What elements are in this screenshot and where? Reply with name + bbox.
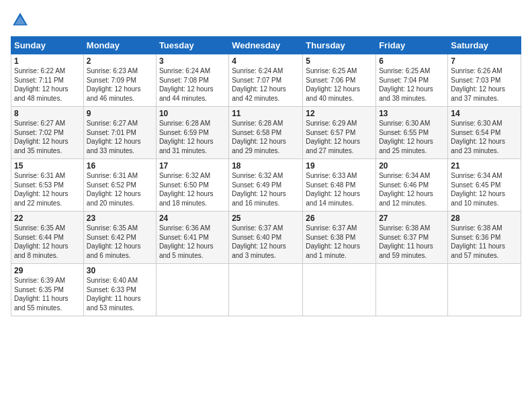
day-number: 27 [379, 214, 445, 223]
calendar-empty-cell [376, 264, 448, 316]
calendar-day-cell: 22Sunrise: 6:35 AM Sunset: 6:44 PM Dayli… [11, 212, 84, 264]
day-info: Sunrise: 6:33 AM Sunset: 6:48 PM Dayligh… [306, 171, 373, 208]
day-info: Sunrise: 6:24 AM Sunset: 7:08 PM Dayligh… [159, 66, 226, 103]
day-info: Sunrise: 6:38 AM Sunset: 6:37 PM Dayligh… [379, 224, 445, 260]
day-info: Sunrise: 6:38 AM Sunset: 6:36 PM Dayligh… [451, 224, 518, 260]
day-info: Sunrise: 6:26 AM Sunset: 7:03 PM Dayligh… [451, 66, 518, 103]
calendar-day-cell: 10Sunrise: 6:28 AM Sunset: 6:59 PM Dayli… [156, 107, 228, 159]
day-number: 10 [159, 109, 226, 118]
calendar-day-cell: 1Sunrise: 6:22 AM Sunset: 7:11 PM Daylig… [11, 54, 84, 107]
calendar-week-row: 1Sunrise: 6:22 AM Sunset: 7:11 PM Daylig… [11, 54, 521, 107]
day-number: 28 [451, 214, 518, 223]
day-number: 8 [14, 109, 81, 118]
logo-icon [11, 11, 30, 30]
calendar-empty-cell [448, 264, 521, 316]
calendar-day-cell: 16Sunrise: 6:31 AM Sunset: 6:52 PM Dayli… [83, 159, 156, 212]
day-info: Sunrise: 6:31 AM Sunset: 6:52 PM Dayligh… [87, 171, 153, 208]
calendar-weekday-monday: Monday [83, 37, 156, 54]
day-info: Sunrise: 6:31 AM Sunset: 6:53 PM Dayligh… [14, 171, 81, 208]
day-info: Sunrise: 6:37 AM Sunset: 6:40 PM Dayligh… [232, 224, 300, 260]
calendar-week-row: 22Sunrise: 6:35 AM Sunset: 6:44 PM Dayli… [11, 212, 521, 264]
day-number: 23 [87, 214, 153, 223]
calendar-day-cell: 26Sunrise: 6:37 AM Sunset: 6:38 PM Dayli… [303, 212, 376, 264]
day-info: Sunrise: 6:30 AM Sunset: 6:54 PM Dayligh… [451, 119, 518, 155]
day-number: 16 [87, 161, 153, 171]
calendar-day-cell: 3Sunrise: 6:24 AM Sunset: 7:08 PM Daylig… [156, 54, 228, 107]
day-number: 1 [14, 56, 81, 66]
day-info: Sunrise: 6:35 AM Sunset: 6:42 PM Dayligh… [87, 224, 153, 260]
day-info: Sunrise: 6:22 AM Sunset: 7:11 PM Dayligh… [14, 66, 81, 103]
day-number: 11 [232, 109, 300, 118]
calendar-empty-cell [156, 264, 228, 316]
day-number: 20 [379, 161, 445, 171]
calendar-table: SundayMondayTuesdayWednesdayThursdayFrid… [11, 36, 521, 316]
calendar-header-row: SundayMondayTuesdayWednesdayThursdayFrid… [11, 37, 521, 54]
day-info: Sunrise: 6:24 AM Sunset: 7:07 PM Dayligh… [232, 66, 300, 103]
day-info: Sunrise: 6:30 AM Sunset: 6:55 PM Dayligh… [379, 119, 445, 155]
day-number: 13 [379, 109, 445, 118]
day-info: Sunrise: 6:39 AM Sunset: 6:35 PM Dayligh… [14, 276, 81, 312]
calendar-day-cell: 19Sunrise: 6:33 AM Sunset: 6:48 PM Dayli… [303, 159, 376, 212]
day-number: 25 [232, 214, 300, 223]
day-number: 24 [159, 214, 226, 223]
day-number: 22 [14, 214, 81, 223]
page: SundayMondayTuesdayWednesdayThursdayFrid… [0, 0, 532, 411]
calendar-weekday-sunday: Sunday [11, 37, 84, 54]
calendar-week-row: 15Sunrise: 6:31 AM Sunset: 6:53 PM Dayli… [11, 159, 521, 212]
calendar-day-cell: 28Sunrise: 6:38 AM Sunset: 6:36 PM Dayli… [448, 212, 521, 264]
day-info: Sunrise: 6:40 AM Sunset: 6:33 PM Dayligh… [87, 276, 153, 312]
day-info: Sunrise: 6:28 AM Sunset: 6:59 PM Dayligh… [159, 119, 226, 155]
day-info: Sunrise: 6:34 AM Sunset: 6:46 PM Dayligh… [379, 171, 445, 208]
calendar-day-cell: 21Sunrise: 6:34 AM Sunset: 6:45 PM Dayli… [448, 159, 521, 212]
day-info: Sunrise: 6:29 AM Sunset: 6:57 PM Dayligh… [306, 119, 373, 155]
day-number: 21 [451, 161, 518, 171]
calendar-day-cell: 23Sunrise: 6:35 AM Sunset: 6:42 PM Dayli… [83, 212, 156, 264]
day-info: Sunrise: 6:34 AM Sunset: 6:45 PM Dayligh… [451, 171, 518, 208]
calendar-day-cell: 18Sunrise: 6:32 AM Sunset: 6:49 PM Dayli… [229, 159, 303, 212]
calendar-empty-cell [303, 264, 376, 316]
calendar-day-cell: 7Sunrise: 6:26 AM Sunset: 7:03 PM Daylig… [448, 54, 521, 107]
day-info: Sunrise: 6:23 AM Sunset: 7:09 PM Dayligh… [87, 66, 153, 103]
calendar-weekday-tuesday: Tuesday [156, 37, 228, 54]
calendar-day-cell: 9Sunrise: 6:27 AM Sunset: 7:01 PM Daylig… [83, 107, 156, 159]
calendar-weekday-friday: Friday [376, 37, 448, 54]
calendar-week-row: 8Sunrise: 6:27 AM Sunset: 7:02 PM Daylig… [11, 107, 521, 159]
day-info: Sunrise: 6:35 AM Sunset: 6:44 PM Dayligh… [14, 224, 81, 260]
day-number: 17 [159, 161, 226, 171]
day-info: Sunrise: 6:25 AM Sunset: 7:06 PM Dayligh… [306, 66, 373, 103]
calendar-day-cell: 5Sunrise: 6:25 AM Sunset: 7:06 PM Daylig… [303, 54, 376, 107]
day-number: 12 [306, 109, 373, 118]
day-number: 14 [451, 109, 518, 118]
calendar-day-cell: 30Sunrise: 6:40 AM Sunset: 6:33 PM Dayli… [83, 264, 156, 316]
day-info: Sunrise: 6:27 AM Sunset: 7:02 PM Dayligh… [14, 119, 81, 155]
calendar-day-cell: 13Sunrise: 6:30 AM Sunset: 6:55 PM Dayli… [376, 107, 448, 159]
day-number: 30 [87, 266, 153, 275]
calendar-day-cell: 2Sunrise: 6:23 AM Sunset: 7:09 PM Daylig… [83, 54, 156, 107]
day-number: 3 [159, 56, 226, 66]
day-info: Sunrise: 6:25 AM Sunset: 7:04 PM Dayligh… [379, 66, 445, 103]
day-number: 29 [14, 266, 81, 275]
calendar-day-cell: 4Sunrise: 6:24 AM Sunset: 7:07 PM Daylig… [229, 54, 303, 107]
day-info: Sunrise: 6:27 AM Sunset: 7:01 PM Dayligh… [87, 119, 153, 155]
day-number: 18 [232, 161, 300, 171]
logo [11, 11, 32, 30]
calendar-day-cell: 14Sunrise: 6:30 AM Sunset: 6:54 PM Dayli… [448, 107, 521, 159]
day-info: Sunrise: 6:32 AM Sunset: 6:49 PM Dayligh… [232, 171, 300, 208]
calendar-weekday-thursday: Thursday [303, 37, 376, 54]
day-info: Sunrise: 6:36 AM Sunset: 6:41 PM Dayligh… [159, 224, 226, 260]
day-number: 2 [87, 56, 153, 66]
day-info: Sunrise: 6:32 AM Sunset: 6:50 PM Dayligh… [159, 171, 226, 208]
day-number: 19 [306, 161, 373, 171]
calendar-day-cell: 29Sunrise: 6:39 AM Sunset: 6:35 PM Dayli… [11, 264, 84, 316]
day-number: 6 [379, 56, 445, 66]
calendar-day-cell: 24Sunrise: 6:36 AM Sunset: 6:41 PM Dayli… [156, 212, 228, 264]
calendar-day-cell: 6Sunrise: 6:25 AM Sunset: 7:04 PM Daylig… [376, 54, 448, 107]
day-number: 15 [14, 161, 81, 171]
day-number: 4 [232, 56, 300, 66]
day-info: Sunrise: 6:37 AM Sunset: 6:38 PM Dayligh… [306, 224, 373, 260]
day-number: 5 [306, 56, 373, 66]
calendar-day-cell: 11Sunrise: 6:28 AM Sunset: 6:58 PM Dayli… [229, 107, 303, 159]
calendar-day-cell: 8Sunrise: 6:27 AM Sunset: 7:02 PM Daylig… [11, 107, 84, 159]
day-number: 9 [87, 109, 153, 118]
day-info: Sunrise: 6:28 AM Sunset: 6:58 PM Dayligh… [232, 119, 300, 155]
